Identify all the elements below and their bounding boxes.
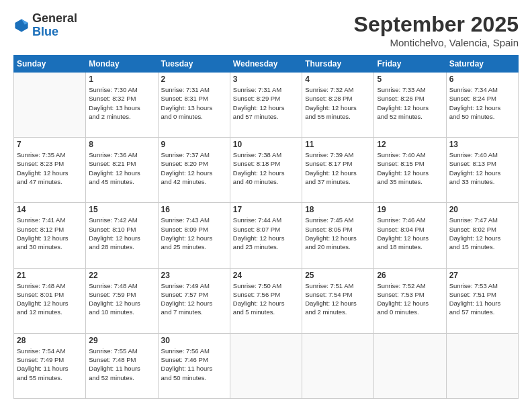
calendar-cell: 13Sunrise: 7:40 AM Sunset: 8:13 PM Dayli… <box>446 138 518 203</box>
weekday-header-thursday: Thursday <box>302 56 374 73</box>
month-title: September 2025 <box>354 12 519 37</box>
day-info: Sunrise: 7:38 AM Sunset: 8:18 PM Dayligh… <box>233 150 299 186</box>
weekday-header-row: SundayMondayTuesdayWednesdayThursdayFrid… <box>14 56 519 73</box>
day-info: Sunrise: 7:37 AM Sunset: 8:20 PM Dayligh… <box>161 150 227 186</box>
weekday-header-monday: Monday <box>86 56 158 73</box>
day-number: 7 <box>17 140 83 149</box>
calendar-week-row: 1Sunrise: 7:30 AM Sunset: 8:32 PM Daylig… <box>14 73 519 138</box>
weekday-header-sunday: Sunday <box>14 56 86 73</box>
calendar-cell: 5Sunrise: 7:33 AM Sunset: 8:26 PM Daylig… <box>374 73 446 138</box>
calendar-cell: 18Sunrise: 7:45 AM Sunset: 8:05 PM Dayli… <box>302 203 374 268</box>
day-info: Sunrise: 7:49 AM Sunset: 7:57 PM Dayligh… <box>161 281 227 317</box>
day-number: 10 <box>233 140 299 149</box>
calendar-cell <box>230 333 302 398</box>
day-info: Sunrise: 7:33 AM Sunset: 8:26 PM Dayligh… <box>377 85 443 121</box>
day-info: Sunrise: 7:35 AM Sunset: 8:23 PM Dayligh… <box>17 150 83 186</box>
header: General Blue September 2025 Montichelvo,… <box>13 12 519 48</box>
day-number: 30 <box>161 336 227 345</box>
day-number: 25 <box>305 271 371 280</box>
calendar-cell: 17Sunrise: 7:44 AM Sunset: 8:07 PM Dayli… <box>230 203 302 268</box>
day-number: 9 <box>161 140 227 149</box>
day-number: 29 <box>89 336 154 345</box>
day-number: 5 <box>377 75 443 84</box>
calendar-cell: 22Sunrise: 7:48 AM Sunset: 7:59 PM Dayli… <box>86 268 158 333</box>
location-title: Montichelvo, Valencia, Spain <box>354 37 519 48</box>
calendar-cell: 24Sunrise: 7:50 AM Sunset: 7:56 PM Dayli… <box>230 268 302 333</box>
calendar-cell: 8Sunrise: 7:36 AM Sunset: 8:21 PM Daylig… <box>86 138 158 203</box>
day-number: 1 <box>89 75 154 84</box>
day-number: 19 <box>377 205 443 214</box>
day-info: Sunrise: 7:42 AM Sunset: 8:10 PM Dayligh… <box>89 216 154 251</box>
day-number: 17 <box>233 205 299 214</box>
day-number: 24 <box>233 271 299 280</box>
day-info: Sunrise: 7:40 AM Sunset: 8:15 PM Dayligh… <box>377 150 443 186</box>
calendar-cell: 15Sunrise: 7:42 AM Sunset: 8:10 PM Dayli… <box>86 203 158 268</box>
weekday-header-friday: Friday <box>374 56 446 73</box>
calendar-week-row: 28Sunrise: 7:54 AM Sunset: 7:49 PM Dayli… <box>14 333 519 398</box>
calendar-cell: 12Sunrise: 7:40 AM Sunset: 8:15 PM Dayli… <box>374 138 446 203</box>
day-info: Sunrise: 7:30 AM Sunset: 8:32 PM Dayligh… <box>89 85 154 121</box>
calendar-cell: 9Sunrise: 7:37 AM Sunset: 8:20 PM Daylig… <box>158 138 230 203</box>
logo-general: General <box>32 12 77 26</box>
logo-text: General Blue <box>32 12 77 39</box>
day-info: Sunrise: 7:45 AM Sunset: 8:05 PM Dayligh… <box>305 216 371 251</box>
calendar-cell: 7Sunrise: 7:35 AM Sunset: 8:23 PM Daylig… <box>14 138 86 203</box>
day-info: Sunrise: 7:31 AM Sunset: 8:29 PM Dayligh… <box>233 85 299 121</box>
day-info: Sunrise: 7:53 AM Sunset: 7:51 PM Dayligh… <box>449 281 515 317</box>
day-info: Sunrise: 7:50 AM Sunset: 7:56 PM Dayligh… <box>233 281 299 317</box>
day-number: 12 <box>377 140 443 149</box>
calendar-cell: 19Sunrise: 7:46 AM Sunset: 8:04 PM Dayli… <box>374 203 446 268</box>
day-info: Sunrise: 7:51 AM Sunset: 7:54 PM Dayligh… <box>305 281 371 317</box>
day-info: Sunrise: 7:54 AM Sunset: 7:49 PM Dayligh… <box>17 347 83 382</box>
day-number: 11 <box>305 140 371 149</box>
day-number: 6 <box>449 75 515 84</box>
calendar-cell: 4Sunrise: 7:32 AM Sunset: 8:28 PM Daylig… <box>302 73 374 138</box>
calendar-cell: 6Sunrise: 7:34 AM Sunset: 8:24 PM Daylig… <box>446 73 518 138</box>
calendar-cell: 21Sunrise: 7:48 AM Sunset: 8:01 PM Dayli… <box>14 268 86 333</box>
day-number: 3 <box>233 75 299 84</box>
day-info: Sunrise: 7:40 AM Sunset: 8:13 PM Dayligh… <box>449 150 515 186</box>
calendar-cell: 26Sunrise: 7:52 AM Sunset: 7:53 PM Dayli… <box>374 268 446 333</box>
day-number: 18 <box>305 205 371 214</box>
day-info: Sunrise: 7:43 AM Sunset: 8:09 PM Dayligh… <box>161 216 227 251</box>
calendar-cell: 27Sunrise: 7:53 AM Sunset: 7:51 PM Dayli… <box>446 268 518 333</box>
weekday-header-saturday: Saturday <box>446 56 518 73</box>
calendar-cell <box>374 333 446 398</box>
day-info: Sunrise: 7:39 AM Sunset: 8:17 PM Dayligh… <box>305 150 371 186</box>
calendar-cell: 20Sunrise: 7:47 AM Sunset: 8:02 PM Dayli… <box>446 203 518 268</box>
calendar-cell: 25Sunrise: 7:51 AM Sunset: 7:54 PM Dayli… <box>302 268 374 333</box>
logo-blue: Blue <box>32 26 77 39</box>
day-info: Sunrise: 7:48 AM Sunset: 8:01 PM Dayligh… <box>17 281 83 317</box>
calendar-week-row: 14Sunrise: 7:41 AM Sunset: 8:12 PM Dayli… <box>14 203 519 268</box>
calendar-cell: 30Sunrise: 7:56 AM Sunset: 7:46 PM Dayli… <box>158 333 230 398</box>
calendar-week-row: 7Sunrise: 7:35 AM Sunset: 8:23 PM Daylig… <box>14 138 519 203</box>
day-info: Sunrise: 7:47 AM Sunset: 8:02 PM Dayligh… <box>449 216 515 251</box>
calendar-cell: 29Sunrise: 7:55 AM Sunset: 7:48 PM Dayli… <box>86 333 158 398</box>
day-info: Sunrise: 7:32 AM Sunset: 8:28 PM Dayligh… <box>305 85 371 121</box>
calendar-table: SundayMondayTuesdayWednesdayThursdayFrid… <box>13 55 519 399</box>
day-number: 14 <box>17 205 83 214</box>
calendar-cell: 1Sunrise: 7:30 AM Sunset: 8:32 PM Daylig… <box>86 73 158 138</box>
day-number: 20 <box>449 205 515 214</box>
day-number: 16 <box>161 205 227 214</box>
page: General Blue September 2025 Montichelvo,… <box>0 0 532 411</box>
calendar-cell: 14Sunrise: 7:41 AM Sunset: 8:12 PM Dayli… <box>14 203 86 268</box>
day-info: Sunrise: 7:44 AM Sunset: 8:07 PM Dayligh… <box>233 216 299 251</box>
day-info: Sunrise: 7:52 AM Sunset: 7:53 PM Dayligh… <box>377 281 443 317</box>
day-number: 15 <box>89 205 154 214</box>
calendar-cell: 2Sunrise: 7:31 AM Sunset: 8:31 PM Daylig… <box>158 73 230 138</box>
day-number: 28 <box>17 336 83 345</box>
day-number: 13 <box>449 140 515 149</box>
calendar-cell: 28Sunrise: 7:54 AM Sunset: 7:49 PM Dayli… <box>14 333 86 398</box>
day-info: Sunrise: 7:41 AM Sunset: 8:12 PM Dayligh… <box>17 216 83 251</box>
day-info: Sunrise: 7:34 AM Sunset: 8:24 PM Dayligh… <box>449 85 515 121</box>
calendar-cell: 11Sunrise: 7:39 AM Sunset: 8:17 PM Dayli… <box>302 138 374 203</box>
day-info: Sunrise: 7:36 AM Sunset: 8:21 PM Dayligh… <box>89 150 154 186</box>
day-number: 22 <box>89 271 154 280</box>
calendar-cell <box>302 333 374 398</box>
weekday-header-tuesday: Tuesday <box>158 56 230 73</box>
day-number: 2 <box>161 75 227 84</box>
day-info: Sunrise: 7:31 AM Sunset: 8:31 PM Dayligh… <box>161 85 227 121</box>
day-number: 26 <box>377 271 443 280</box>
day-number: 8 <box>89 140 154 149</box>
